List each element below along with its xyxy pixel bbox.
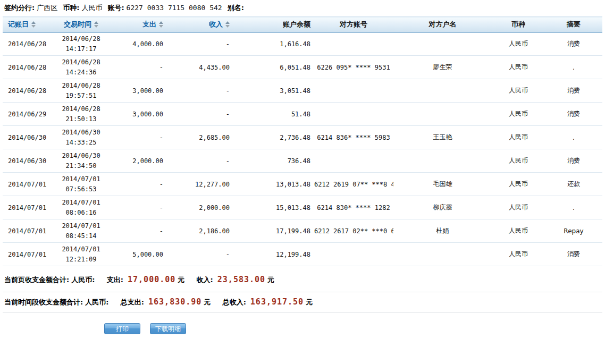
branch-label: 签约分行: [4, 4, 35, 12]
cell-balance: 3,051.48 [234, 79, 314, 103]
cell-booking-date: 2014/06/28 [3, 79, 53, 103]
cell-currency: 人民币 [492, 32, 545, 56]
table-row: 2014/06/302014/06/3021:34:502,000.00-736… [3, 149, 602, 173]
cell-booking-date: 2014/07/01 [3, 219, 53, 243]
column-header-summary: 摘要 [545, 17, 602, 32]
cell-balance: 17,199.48 [234, 219, 314, 243]
cell-counterparty-name [393, 103, 492, 126]
cell-expense: - [109, 196, 167, 219]
column-header-income[interactable]: 收入 [167, 17, 234, 32]
period-expense-label: 总支出: [121, 298, 144, 306]
table-row: 2014/07/012014/07/0112:21:095,000.00-12,… [3, 243, 602, 266]
txn-date-line: 2014/06/30 [54, 128, 108, 138]
column-header-txn-time[interactable]: 交易时间 [53, 17, 109, 32]
page-income-amount: 23,583.00 [217, 275, 265, 284]
cell-income: 4,435.00 [167, 56, 234, 79]
txn-time-line: 14:24:36 [54, 67, 108, 78]
page-expense-amount: 17,000.00 [128, 275, 175, 284]
cell-balance: 51.48 [234, 103, 314, 126]
txn-time-line: 19:57:51 [54, 91, 108, 101]
cell-counterparty-name: 柳庆霞 [393, 196, 492, 219]
cell-txn-time: 2014/07/0107:56:53 [53, 173, 109, 196]
cell-txn-time: 2014/06/2821:50:13 [53, 103, 109, 126]
txn-time-line: 21:34:50 [54, 161, 108, 171]
period-summary-bar: 当前时间段收支金额合计: 人民币: 总支出:163,830.90元 总收入:16… [3, 292, 602, 312]
cell-counterparty-account: 6212 2619 07** ***8 468 [314, 173, 393, 196]
table-row: 2014/07/012014/07/0108:45:14-2,186.0017,… [3, 219, 602, 243]
currency-label: 币种: [63, 4, 79, 12]
print-button[interactable]: 打印 [104, 323, 140, 334]
cell-counterparty-name [393, 32, 492, 56]
cell-currency: 人民币 [492, 79, 545, 103]
txn-time-line: 14:17:17 [54, 44, 108, 54]
column-header-label: 收入 [209, 20, 223, 28]
page-income-label: 收入: [197, 276, 213, 284]
txn-time-line: 08:06:16 [54, 208, 108, 218]
sort-arrows-icon [31, 21, 36, 28]
table-header-row: 记账日交易时间支出收入账户余额对方账号对方户名币种摘要 [3, 17, 602, 32]
column-header-label: 对方账号 [340, 20, 367, 28]
cell-booking-date: 2014/06/30 [3, 149, 53, 173]
txn-date-line: 2014/06/30 [54, 151, 108, 161]
cell-expense: - [109, 219, 167, 243]
txn-date-line: 2014/07/01 [54, 198, 108, 208]
table-row: 2014/06/302014/06/3014:33:25-2,685.002,7… [3, 126, 602, 149]
period-income-amount: 163,917.50 [250, 297, 304, 307]
column-header-expense[interactable]: 支出 [109, 17, 167, 32]
cell-summary: 消费 [545, 32, 602, 56]
cell-txn-time: 2014/07/0108:45:14 [53, 219, 109, 243]
column-header-currency: 币种 [492, 17, 545, 32]
cell-expense: 4,000.00 [109, 32, 167, 56]
cell-balance: 13,013.48 [234, 173, 314, 196]
period-income-unit: 元 [306, 298, 313, 306]
cell-counterparty-name: 廖生荣 [393, 56, 492, 79]
cell-income: - [167, 32, 234, 56]
action-button-row: 打印 下载明细 [104, 323, 605, 334]
cell-currency: 人民币 [492, 173, 545, 196]
cell-counterparty-name: 杜娟 [393, 219, 492, 243]
cell-booking-date: 2014/06/28 [3, 56, 53, 79]
cell-booking-date: 2014/06/29 [3, 103, 53, 126]
cell-income: - [167, 79, 234, 103]
cell-expense: 2,000.00 [109, 149, 167, 173]
cell-txn-time: 2014/07/0112:21:09 [53, 243, 109, 266]
sort-arrows-icon [94, 21, 98, 28]
page-summary-label: 当前页收支金额合计: [4, 276, 69, 284]
cell-counterparty-account [314, 149, 393, 173]
cell-expense: 5,000.00 [109, 243, 167, 266]
cell-summary: 消费 [545, 149, 602, 173]
download-details-button[interactable]: 下载明细 [150, 323, 186, 334]
cell-expense: - [109, 56, 167, 79]
cell-counterparty-name [393, 243, 492, 266]
cell-counterparty-name: 毛国雄 [393, 173, 492, 196]
cell-currency: 人民币 [492, 103, 545, 126]
cell-income: - [167, 149, 234, 173]
column-header-counterparty-account: 对方账号 [314, 17, 393, 32]
page-summary-bar: 当前页收支金额合计: 人民币: 支出:17,000.00元 收入:23,583.… [3, 266, 602, 292]
column-header-label: 币种 [511, 20, 525, 28]
cell-booking-date: 2014/07/01 [3, 196, 53, 219]
cell-txn-time: 2014/06/2819:57:51 [53, 79, 109, 103]
cell-counterparty-account: 6214 836* **** 5983 [314, 126, 393, 149]
txn-date-line: 2014/07/01 [54, 244, 108, 255]
cell-summary: Repay [545, 219, 602, 243]
account-number-label: 账号: [107, 4, 124, 12]
cell-counterparty-account [314, 243, 393, 266]
column-header-balance: 账户余额 [234, 17, 314, 32]
sort-arrows-icon [159, 21, 163, 28]
table-row: 2014/06/292014/06/2821:50:133,000.00-51.… [3, 103, 602, 126]
cell-currency: 人民币 [492, 243, 545, 266]
cell-summary: . [545, 56, 602, 79]
cell-income: 2,685.00 [167, 126, 234, 149]
txn-date-line: 2014/07/01 [54, 221, 108, 231]
period-summary-label: 当前时间段收支金额合计: [4, 298, 83, 306]
cell-counterparty-account: 6226 095* **** 9531 [314, 56, 393, 79]
cell-currency: 人民币 [492, 56, 545, 79]
cell-counterparty-account: 6214 830* **** 1282 [314, 196, 393, 219]
table-row: 2014/06/282014/06/2814:24:36-4,435.006,0… [3, 56, 602, 79]
cell-counterparty-name [393, 79, 492, 103]
column-header-booking-date[interactable]: 记账日 [3, 17, 53, 32]
cell-balance: 6,051.48 [234, 56, 314, 79]
page-expense-unit: 元 [178, 276, 184, 284]
cell-currency: 人民币 [492, 126, 545, 149]
